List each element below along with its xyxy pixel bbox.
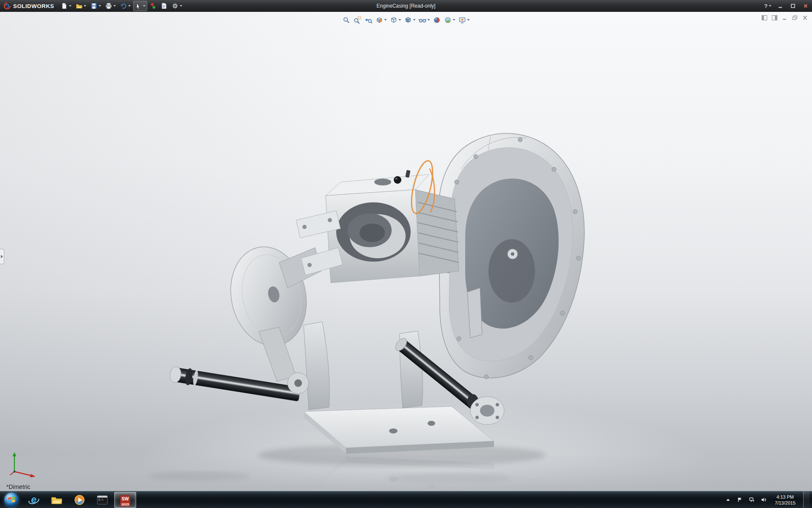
save-icon	[91, 3, 97, 9]
print-button[interactable]	[104, 1, 118, 11]
up-arrow-icon	[725, 497, 731, 502]
edit-appearance-button[interactable]	[432, 15, 442, 25]
display-style-button[interactable]	[403, 15, 417, 25]
dropdown-caret-icon	[384, 19, 387, 21]
pane-left-button[interactable]	[761, 14, 768, 21]
options-button[interactable]	[170, 1, 184, 11]
dropdown-caret-icon	[99, 5, 101, 7]
flag-icon	[737, 497, 743, 502]
show-hidden-icons-button[interactable]	[724, 491, 732, 508]
zoom-to-area-icon	[354, 16, 362, 24]
select-button[interactable]	[133, 1, 147, 11]
taskbar-windows-explorer[interactable]	[46, 492, 68, 508]
start-button[interactable]	[0, 491, 23, 508]
taskbar-command-prompt[interactable]: C:\	[91, 492, 113, 508]
previous-view-button[interactable]	[364, 15, 373, 25]
dropdown-caret-icon	[399, 19, 401, 21]
undo-button[interactable]	[118, 1, 132, 11]
taskbar-solidworks[interactable]: SW 2015	[114, 492, 136, 508]
view-settings-button[interactable]	[458, 15, 471, 25]
file-properties-button[interactable]	[159, 1, 169, 11]
heads-up-toolbar	[342, 15, 471, 25]
command-prompt-icon: C:\	[96, 494, 108, 506]
title-toolbar	[59, 1, 184, 11]
graphics-area[interactable]: *Dimetric	[0, 12, 812, 491]
windows-orb-icon	[4, 493, 19, 507]
action-center-button[interactable]	[736, 491, 743, 508]
solidworks-version-badge: 2015	[121, 502, 130, 506]
taskbar-apps: e	[23, 491, 136, 508]
svg-text:SW: SW	[122, 496, 129, 501]
dropdown-caret-icon	[128, 5, 131, 7]
clock-time: 4:13 PM	[776, 494, 794, 500]
dropdown-caret-icon	[84, 5, 86, 7]
show-desktop-button[interactable]	[803, 491, 809, 508]
dropdown-caret-icon	[413, 19, 416, 21]
maximize-icon	[790, 3, 796, 8]
dropdown-caret-icon	[143, 5, 145, 7]
dropdown-caret-icon	[453, 19, 455, 21]
hide-show-items-button[interactable]	[418, 15, 431, 25]
doc-close-icon	[802, 15, 808, 20]
appearance-sphere-icon	[433, 16, 441, 24]
feature-manager-collapsed-tab[interactable]	[0, 249, 4, 264]
network-icon	[749, 497, 754, 502]
dropdown-caret-icon	[769, 5, 771, 7]
section-view-button[interactable]	[375, 15, 388, 25]
taskbar: e	[0, 491, 812, 508]
section-view-icon	[376, 16, 384, 24]
solidworks-logo: SOLIDWORKS	[0, 2, 59, 10]
title-bar: SOLIDWORKS	[0, 0, 812, 12]
3ds-logo-icon	[3, 2, 11, 10]
doc-restore-button[interactable]	[791, 14, 798, 21]
maximize-button[interactable]	[787, 0, 799, 12]
volume-button[interactable]	[760, 491, 767, 508]
dropdown-caret-icon	[428, 19, 430, 21]
scene-sphere-icon	[444, 16, 452, 24]
open-folder-icon	[76, 3, 82, 9]
rebuild-icon	[150, 3, 156, 9]
open-button[interactable]	[74, 1, 88, 11]
close-button[interactable]	[799, 0, 812, 12]
view-orientation-label: *Dimetric	[6, 483, 30, 490]
options-gear-icon	[172, 3, 178, 9]
pane-left-icon	[762, 15, 767, 20]
apply-scene-button[interactable]	[443, 15, 456, 25]
print-icon	[105, 3, 112, 9]
media-player-icon	[74, 494, 85, 506]
doc-restore-icon	[792, 15, 798, 20]
expand-arrow-icon	[1, 255, 3, 258]
taskbar-clock[interactable]: 4:13 PM 7/13/2015	[771, 491, 799, 508]
view-orientation-button[interactable]	[389, 15, 402, 25]
help-button[interactable]: ?	[762, 0, 774, 12]
folder-icon	[51, 494, 63, 506]
svg-text:C:\: C:\	[99, 499, 104, 502]
pane-right-icon	[772, 15, 777, 20]
zoom-to-fit-icon	[343, 16, 351, 24]
minimize-button[interactable]	[774, 0, 787, 12]
save-button[interactable]	[89, 1, 103, 11]
network-button[interactable]	[748, 491, 755, 508]
view-settings-icon	[458, 16, 466, 24]
minimize-icon	[778, 3, 783, 8]
pane-right-button[interactable]	[771, 14, 778, 21]
doc-minimize-button[interactable]	[781, 14, 788, 21]
dropdown-caret-icon	[113, 5, 116, 7]
taskbar-internet-explorer[interactable]: e	[23, 492, 45, 508]
dropdown-caret-icon	[467, 19, 470, 21]
zoom-to-area-button[interactable]	[353, 15, 362, 25]
dropdown-caret-icon	[69, 5, 71, 7]
help-glyph: ?	[764, 3, 768, 9]
taskbar-media-player[interactable]	[69, 492, 91, 508]
engine-casing-model[interactable]	[0, 12, 812, 491]
rebuild-button[interactable]	[148, 1, 158, 11]
new-button[interactable]	[59, 1, 73, 11]
doc-minimize-icon	[782, 15, 787, 20]
orientation-triad	[8, 450, 41, 478]
file-properties-icon	[161, 3, 167, 9]
zoom-to-fit-button[interactable]	[342, 15, 351, 25]
system-tray: 4:13 PM 7/13/2015	[724, 491, 812, 508]
display-style-icon	[404, 16, 412, 24]
select-cursor-icon	[135, 3, 142, 9]
doc-close-button[interactable]	[801, 14, 809, 21]
